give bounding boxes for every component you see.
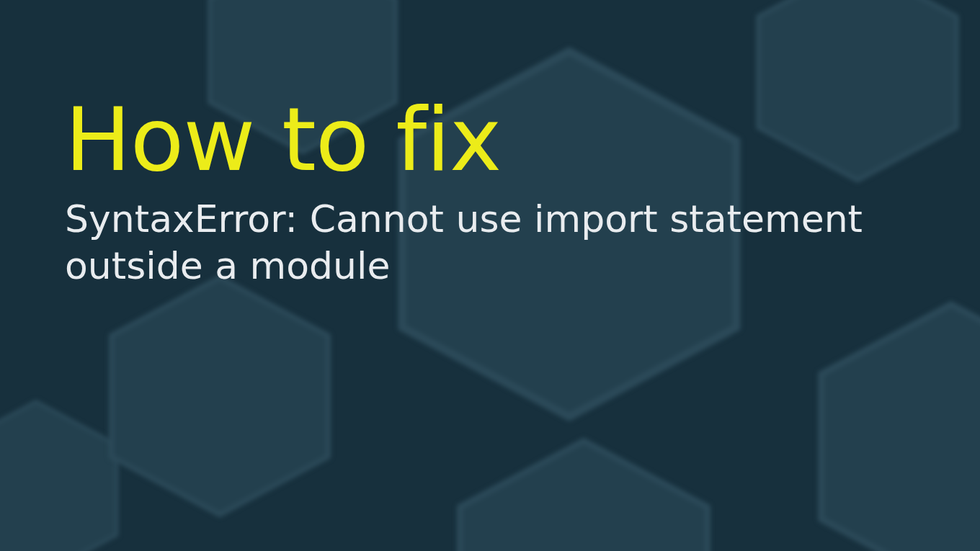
svg-marker-4 (460, 441, 708, 551)
svg-marker-1 (112, 278, 329, 515)
svg-marker-0 (0, 402, 117, 551)
slide-title: How to fix (65, 94, 915, 186)
svg-marker-6 (821, 305, 980, 551)
slide-content: How to fix SyntaxError: Cannot use impor… (0, 0, 980, 290)
slide-subtitle: SyntaxError: Cannot use import statement… (65, 196, 915, 290)
